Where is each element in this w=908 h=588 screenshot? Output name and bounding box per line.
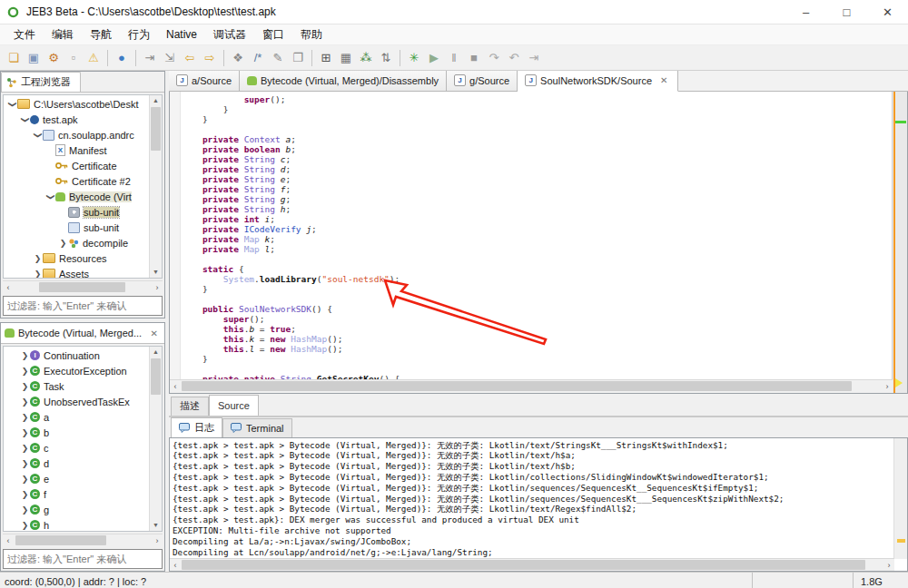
project-tree-hscrollbar[interactable]: ‹ › xyxy=(3,280,163,294)
tree-row[interactable]: ❯Bytecode (Virt xyxy=(4,189,150,204)
tree-row[interactable]: ❯Resources xyxy=(4,250,150,266)
bytecode-tree-hscrollbar[interactable]: ‹ › xyxy=(3,534,163,547)
class-row[interactable]: ❯CUnobservedTaskEx xyxy=(20,394,150,409)
blocks-view-icon[interactable]: ▦ xyxy=(336,45,356,70)
scroll-right-icon[interactable]: › xyxy=(883,559,894,572)
members-view-icon[interactable]: ⁂ xyxy=(356,45,376,70)
chevron-down-icon[interactable]: ❯ xyxy=(34,130,43,140)
run-to-icon[interactable]: ⇥ xyxy=(524,45,544,70)
chevron-right-icon[interactable]: ❯ xyxy=(20,505,30,514)
menu-item[interactable]: 行为 xyxy=(120,27,158,43)
chevron-right-icon[interactable]: ❯ xyxy=(20,413,30,422)
hscroll-thumb[interactable] xyxy=(182,381,852,391)
class-row[interactable]: ❯Ce xyxy=(20,471,150,486)
scroll-up-icon[interactable]: ▲ xyxy=(150,95,162,106)
class-row[interactable]: ❯Cf xyxy=(20,486,150,502)
menu-item[interactable]: 编辑 xyxy=(44,27,82,43)
scroll-up-icon[interactable]: ▲ xyxy=(150,347,162,358)
tab-日志[interactable]: 日志 xyxy=(171,417,222,437)
tree-row[interactable]: Certificate #2 xyxy=(4,173,150,189)
goto-icon[interactable]: ⇥ xyxy=(140,45,160,70)
class-row[interactable]: ❯Ch xyxy=(20,517,150,531)
tree-row[interactable]: ❯Assets xyxy=(4,266,150,278)
bytecode-tree-vscrollbar[interactable]: ▲ ▼ xyxy=(149,347,162,531)
comment-icon[interactable]: /* xyxy=(248,45,268,70)
export-icon[interactable]: ▫ xyxy=(64,45,84,70)
class-row[interactable]: ❯Cb xyxy=(20,425,150,440)
tab-Source[interactable]: Source xyxy=(209,395,259,416)
menu-item[interactable]: 调试器 xyxy=(205,27,254,43)
hscroll-thumb[interactable] xyxy=(39,282,125,292)
class-row[interactable]: ❯Ca xyxy=(20,409,150,425)
scroll-right-icon[interactable]: › xyxy=(152,281,163,294)
tab-Terminal[interactable]: Terminal xyxy=(222,418,292,437)
chevron-right-icon[interactable]: ❯ xyxy=(58,239,68,248)
code-editor[interactable]: super(); } } private Context a; private … xyxy=(169,92,908,394)
chevron-down-icon[interactable]: ❯ xyxy=(8,99,17,109)
menu-item[interactable]: 导航 xyxy=(82,27,120,43)
tree-row[interactable]: sub-unit xyxy=(4,220,150,235)
chevron-right-icon[interactable]: ❯ xyxy=(33,270,43,279)
stop-icon[interactable]: ■ xyxy=(464,45,484,70)
chevron-down-icon[interactable]: ❯ xyxy=(21,114,30,124)
log-hscrollbar[interactable]: ‹ › xyxy=(170,558,894,571)
project-tree[interactable]: ❯C:\Users\ascotbe\Deskt❯test.apk❯cn.soul… xyxy=(3,94,163,279)
chevron-right-icon[interactable]: ❯ xyxy=(20,475,30,484)
scroll-left-icon[interactable]: ‹ xyxy=(3,534,14,547)
class-row[interactable]: ❯Cd xyxy=(20,456,150,471)
scroll-left-icon[interactable]: ‹ xyxy=(170,380,181,393)
jump-to-icon[interactable]: ⇲ xyxy=(160,45,180,70)
chevron-right-icon[interactable]: ❯ xyxy=(20,382,30,391)
scroll-right-icon[interactable]: › xyxy=(152,534,163,547)
chevron-right-icon[interactable]: ❯ xyxy=(20,351,30,360)
chevron-right-icon[interactable]: ❯ xyxy=(33,254,43,263)
close-button[interactable]: ✕ xyxy=(867,0,908,24)
sort-icon[interactable]: ⇅ xyxy=(376,45,396,70)
grid-view-icon[interactable]: ⊞ xyxy=(316,45,336,70)
class-row[interactable]: ❯Cc xyxy=(20,440,150,456)
open-project-icon[interactable]: ❏ xyxy=(4,45,24,70)
maximize-button[interactable]: □ xyxy=(826,0,867,24)
chevron-right-icon[interactable]: ❯ xyxy=(20,397,30,407)
rename-icon[interactable]: ✎ xyxy=(268,45,288,70)
menu-item[interactable]: 窗口 xyxy=(254,27,292,43)
hscroll-thumb[interactable] xyxy=(182,560,865,570)
run-icon[interactable]: ▶ xyxy=(424,45,444,70)
convert-doc-icon[interactable]: ❐ xyxy=(288,45,308,70)
tree-row[interactable]: ❯test.apk xyxy=(4,112,150,127)
project-tree-vscrollbar[interactable]: ▲ ▼ xyxy=(149,95,162,278)
tools-wrench-icon[interactable]: ⚙ xyxy=(44,45,64,70)
tree-row[interactable]: ❯C:\Users\ascotbe\Deskt xyxy=(4,96,150,112)
hscroll-thumb[interactable] xyxy=(15,535,106,545)
vscroll-thumb[interactable] xyxy=(151,107,161,151)
navigate-forward-icon[interactable]: ⇨ xyxy=(200,45,220,70)
web-globe-icon[interactable]: ● xyxy=(112,45,132,70)
log-vscrollbar[interactable] xyxy=(893,438,907,559)
class-row[interactable]: ❯Cg xyxy=(20,502,150,517)
code-text[interactable]: super(); } } private Context a; private … xyxy=(182,94,892,380)
tab-描述[interactable]: 描述 xyxy=(171,397,209,416)
tree-row[interactable]: Certificate xyxy=(4,158,150,173)
tree-row[interactable]: ❯cn.soulapp.andrc xyxy=(4,127,150,142)
chevron-right-icon[interactable]: ❯ xyxy=(20,444,30,453)
tree-row[interactable]: ❯decompile xyxy=(4,235,150,250)
chevron-right-icon[interactable]: ❯ xyxy=(20,428,30,437)
scroll-left-icon[interactable]: ‹ xyxy=(170,559,181,572)
save-icon[interactable]: ▣ xyxy=(24,45,44,70)
pause-icon[interactable]: ‖ xyxy=(444,45,464,70)
navigate-back-icon[interactable]: ⇦ xyxy=(180,45,200,70)
bytecode-tree[interactable]: ❯IContinuation❯CExecutorException❯CTask❯… xyxy=(3,346,163,532)
bytecode-filter-input[interactable] xyxy=(4,554,162,564)
editor-tab-a[interactable]: Ja/Source xyxy=(169,71,240,91)
chevron-down-icon[interactable]: ❯ xyxy=(46,191,55,201)
scroll-right-icon[interactable]: › xyxy=(882,380,893,393)
overview-ruler[interactable] xyxy=(892,92,907,393)
project-filter-input[interactable] xyxy=(4,300,162,311)
class-row[interactable]: ❯CTask xyxy=(20,378,150,394)
chevron-right-icon[interactable]: ❯ xyxy=(20,521,30,530)
menu-item[interactable]: Native xyxy=(158,28,205,41)
scroll-down-icon[interactable]: ▼ xyxy=(150,267,162,278)
bytecode-panel-close-icon[interactable]: ✕ xyxy=(148,328,161,338)
xrefs-icon[interactable]: ❖ xyxy=(228,45,248,70)
editor-tab-SoulNetworkSDK[interactable]: JSoulNetworkSDK/Source✕ xyxy=(518,71,678,92)
